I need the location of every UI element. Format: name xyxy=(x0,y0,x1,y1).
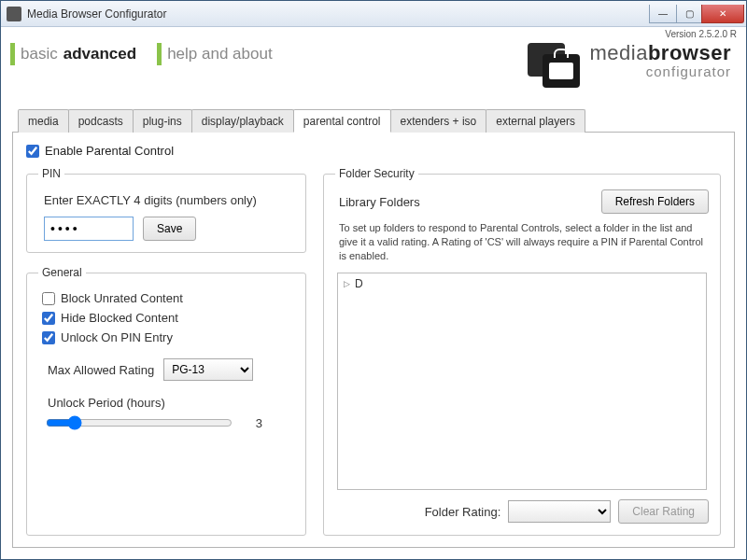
folder-security-legend: Folder Security xyxy=(335,167,418,180)
block-unrated-checkbox[interactable] xyxy=(42,292,55,305)
nav-basic-advanced: basic advanced xyxy=(10,43,136,65)
brand-icon xyxy=(528,43,580,88)
enable-parental-checkbox[interactable] xyxy=(26,145,39,158)
tab-panel-parental-control: Enable Parental Control PIN Enter EXACTL… xyxy=(12,133,735,548)
folder-rating-select[interactable] xyxy=(508,500,611,523)
titlebar[interactable]: Media Browser Configurator — ▢ ✕ xyxy=(1,1,746,27)
unlock-period-value: 3 xyxy=(244,416,262,430)
pin-legend: PIN xyxy=(38,167,64,180)
folder-tree[interactable]: ▷ D xyxy=(337,273,707,490)
maximize-button[interactable]: ▢ xyxy=(676,5,702,23)
hide-blocked-label: Hide Blocked Content xyxy=(61,311,178,325)
pin-group: PIN Enter EXACTLY 4 digits (numbers only… xyxy=(26,167,306,253)
refresh-folders-button[interactable]: Refresh Folders xyxy=(601,189,709,214)
brand-name-light: media xyxy=(589,41,647,64)
nav-help: help and about xyxy=(157,43,273,65)
block-unrated-row[interactable]: Block Unrated Content xyxy=(42,291,294,305)
brand-text: mediabrowser configurator xyxy=(589,43,731,78)
tab-parental-control[interactable]: parental control xyxy=(293,109,391,133)
tree-item-label: D xyxy=(355,277,363,290)
app-icon xyxy=(7,7,21,21)
columns: PIN Enter EXACTLY 4 digits (numbers only… xyxy=(26,167,721,536)
window-buttons: — ▢ ✕ xyxy=(650,5,744,23)
enable-parental-row: Enable Parental Control xyxy=(26,144,721,158)
unlock-period-label: Unlock Period (hours) xyxy=(48,396,294,410)
clear-rating-button[interactable]: Clear Rating xyxy=(618,499,709,524)
hide-blocked-row[interactable]: Hide Blocked Content xyxy=(42,311,294,325)
nav-divider-icon xyxy=(10,43,15,65)
folder-rating-label: Folder Rating: xyxy=(425,505,501,519)
folder-security-group: Folder Security Library Folders Refresh … xyxy=(323,167,721,536)
minimize-button[interactable]: — xyxy=(649,5,677,23)
tab-extenders-iso[interactable]: extenders + iso xyxy=(390,109,487,133)
app-window: Media Browser Configurator — ▢ ✕ Version… xyxy=(0,0,747,560)
content-area: media podcasts plug-ins display/playback… xyxy=(1,97,746,559)
max-rating-select[interactable]: PG-13 xyxy=(163,358,253,381)
brand-logo: mediabrowser configurator xyxy=(528,43,737,88)
window-title: Media Browser Configurator xyxy=(27,7,650,21)
pin-instruction: Enter EXACTLY 4 digits (numbers only) xyxy=(44,193,294,207)
unlock-on-pin-label: Unlock On PIN Entry xyxy=(61,330,173,344)
hide-blocked-checkbox[interactable] xyxy=(42,312,55,325)
brand-subtitle: configurator xyxy=(589,64,731,78)
nav-advanced[interactable]: advanced xyxy=(63,45,136,63)
general-legend: General xyxy=(38,266,86,279)
block-unrated-label: Block Unrated Content xyxy=(61,291,183,305)
header-row: basic advanced help and about mediabrows… xyxy=(1,39,746,97)
version-label: Version 2.5.2.0 R xyxy=(1,27,746,39)
nav-divider-icon xyxy=(157,43,162,65)
tab-podcasts[interactable]: podcasts xyxy=(68,109,134,133)
tab-external-players[interactable]: external players xyxy=(486,109,585,133)
tab-display-playback[interactable]: display/playback xyxy=(191,109,294,133)
left-column: PIN Enter EXACTLY 4 digits (numbers only… xyxy=(26,167,306,536)
tab-plugins[interactable]: plug-ins xyxy=(133,109,192,133)
nav-basic[interactable]: basic xyxy=(21,45,58,63)
tab-media[interactable]: media xyxy=(18,109,69,133)
enable-parental-label: Enable Parental Control xyxy=(45,144,174,158)
unlock-period-slider[interactable] xyxy=(46,415,233,430)
save-pin-button[interactable]: Save xyxy=(143,217,196,241)
library-folders-title: Library Folders xyxy=(339,195,420,209)
pin-input[interactable] xyxy=(44,217,134,241)
tabstrip: media podcasts plug-ins display/playback… xyxy=(12,108,735,133)
max-rating-label: Max Allowed Rating xyxy=(48,363,154,377)
nav-help-about[interactable]: help and about xyxy=(167,45,273,63)
tree-caret-icon[interactable]: ▷ xyxy=(344,279,351,288)
brand-name-bold: browser xyxy=(648,41,731,64)
tree-item-root[interactable]: ▷ D xyxy=(344,277,700,290)
unlock-on-pin-checkbox[interactable] xyxy=(42,331,55,344)
general-group: General Block Unrated Content Hide Block… xyxy=(26,266,306,536)
folder-security-description: To set up folders to respond to Parental… xyxy=(339,221,705,263)
unlock-on-pin-row[interactable]: Unlock On PIN Entry xyxy=(42,330,294,344)
close-button[interactable]: ✕ xyxy=(701,5,744,23)
